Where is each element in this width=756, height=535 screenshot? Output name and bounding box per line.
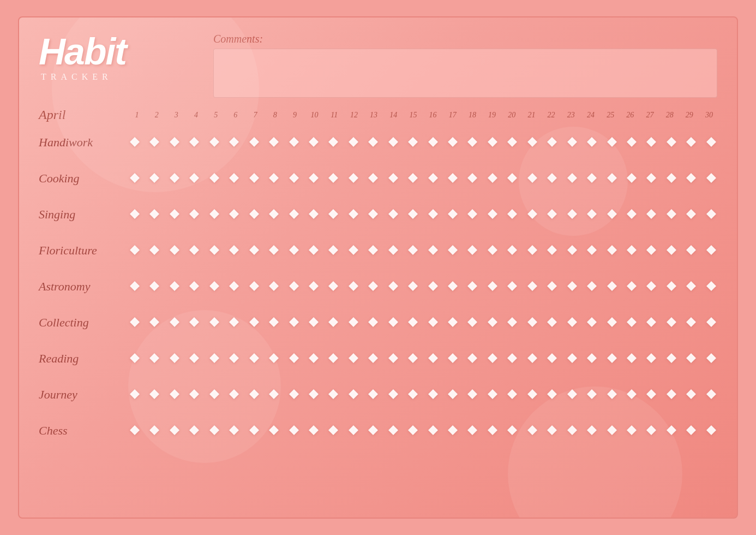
diamond-cell[interactable] [347, 209, 359, 221]
diamond-cell[interactable] [487, 136, 499, 148]
diamond-cell[interactable] [506, 136, 518, 148]
diamond-cell[interactable] [665, 136, 677, 148]
diamond-cell[interactable] [427, 425, 439, 437]
diamond-cell[interactable] [685, 281, 697, 293]
diamond-cell[interactable] [148, 173, 160, 185]
diamond-cell[interactable] [506, 245, 518, 257]
diamond-cell[interactable] [526, 425, 538, 437]
diamond-cell[interactable] [327, 173, 339, 185]
diamond-cell[interactable] [586, 173, 598, 185]
diamond-cell[interactable] [487, 173, 499, 185]
diamond-cell[interactable] [228, 136, 240, 148]
diamond-cell[interactable] [645, 209, 657, 221]
diamond-cell[interactable] [606, 353, 618, 365]
diamond-cell[interactable] [148, 245, 160, 257]
diamond-cell[interactable] [546, 353, 558, 365]
diamond-cell[interactable] [546, 281, 558, 293]
diamond-cell[interactable] [447, 209, 459, 221]
diamond-cell[interactable] [228, 353, 240, 365]
diamond-cell[interactable] [288, 389, 300, 401]
diamond-cell[interactable] [506, 317, 518, 329]
diamond-cell[interactable] [367, 353, 379, 365]
diamond-cell[interactable] [526, 281, 538, 293]
diamond-cell[interactable] [466, 173, 478, 185]
diamond-cell[interactable] [705, 353, 717, 365]
diamond-cell[interactable] [407, 245, 419, 257]
diamond-cell[interactable] [327, 317, 339, 329]
diamond-cell[interactable] [645, 389, 657, 401]
diamond-cell[interactable] [129, 136, 141, 148]
diamond-cell[interactable] [288, 136, 300, 148]
diamond-cell[interactable] [188, 353, 200, 365]
diamond-cell[interactable] [407, 173, 419, 185]
diamond-cell[interactable] [148, 353, 160, 365]
diamond-cell[interactable] [169, 173, 181, 185]
diamond-cell[interactable] [645, 353, 657, 365]
diamond-cell[interactable] [546, 425, 558, 437]
diamond-cell[interactable] [208, 353, 220, 365]
diamond-cell[interactable] [487, 209, 499, 221]
diamond-cell[interactable] [606, 245, 618, 257]
diamond-cell[interactable] [685, 209, 697, 221]
diamond-cell[interactable] [705, 173, 717, 185]
diamond-cell[interactable] [148, 209, 160, 221]
diamond-cell[interactable] [566, 173, 578, 185]
diamond-cell[interactable] [407, 425, 419, 437]
diamond-cell[interactable] [367, 425, 379, 437]
diamond-cell[interactable] [327, 389, 339, 401]
diamond-cell[interactable] [487, 425, 499, 437]
diamond-cell[interactable] [288, 173, 300, 185]
diamond-cell[interactable] [208, 209, 220, 221]
diamond-cell[interactable] [606, 389, 618, 401]
diamond-cell[interactable] [626, 281, 638, 293]
diamond-cell[interactable] [685, 389, 697, 401]
diamond-cell[interactable] [308, 136, 320, 148]
diamond-cell[interactable] [228, 281, 240, 293]
diamond-cell[interactable] [606, 173, 618, 185]
diamond-cell[interactable] [626, 245, 638, 257]
diamond-cell[interactable] [566, 245, 578, 257]
diamond-cell[interactable] [308, 353, 320, 365]
diamond-cell[interactable] [327, 425, 339, 437]
diamond-cell[interactable] [347, 389, 359, 401]
diamond-cell[interactable] [188, 245, 200, 257]
diamond-cell[interactable] [665, 353, 677, 365]
diamond-cell[interactable] [248, 389, 260, 401]
diamond-cell[interactable] [288, 209, 300, 221]
diamond-cell[interactable] [129, 317, 141, 329]
diamond-cell[interactable] [447, 353, 459, 365]
diamond-cell[interactable] [466, 209, 478, 221]
diamond-cell[interactable] [188, 136, 200, 148]
diamond-cell[interactable] [466, 389, 478, 401]
diamond-cell[interactable] [566, 389, 578, 401]
diamond-cell[interactable] [427, 281, 439, 293]
diamond-cell[interactable] [208, 173, 220, 185]
diamond-cell[interactable] [447, 281, 459, 293]
diamond-cell[interactable] [705, 317, 717, 329]
diamond-cell[interactable] [606, 425, 618, 437]
diamond-cell[interactable] [447, 136, 459, 148]
diamond-cell[interactable] [387, 209, 399, 221]
diamond-cell[interactable] [685, 245, 697, 257]
diamond-cell[interactable] [387, 317, 399, 329]
diamond-cell[interactable] [268, 209, 280, 221]
diamond-cell[interactable] [705, 425, 717, 437]
diamond-cell[interactable] [407, 209, 419, 221]
diamond-cell[interactable] [228, 245, 240, 257]
diamond-cell[interactable] [487, 245, 499, 257]
diamond-cell[interactable] [427, 173, 439, 185]
diamond-cell[interactable] [645, 173, 657, 185]
diamond-cell[interactable] [308, 425, 320, 437]
diamond-cell[interactable] [466, 425, 478, 437]
diamond-cell[interactable] [526, 353, 538, 365]
diamond-cell[interactable] [506, 281, 518, 293]
diamond-cell[interactable] [626, 353, 638, 365]
diamond-cell[interactable] [188, 173, 200, 185]
diamond-cell[interactable] [645, 245, 657, 257]
diamond-cell[interactable] [526, 209, 538, 221]
diamond-cell[interactable] [407, 353, 419, 365]
diamond-cell[interactable] [148, 317, 160, 329]
diamond-cell[interactable] [626, 209, 638, 221]
diamond-cell[interactable] [188, 209, 200, 221]
diamond-cell[interactable] [387, 425, 399, 437]
